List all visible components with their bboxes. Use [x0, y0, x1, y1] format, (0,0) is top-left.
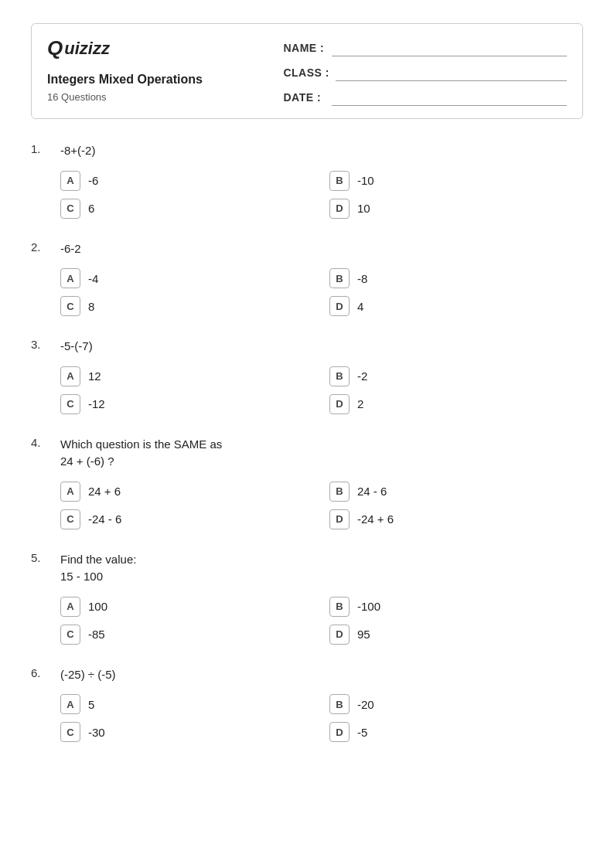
answer-text-1-a: -6	[88, 174, 98, 187]
answer-item-5-a: A100	[60, 597, 314, 617]
answer-item-5-d: D95	[329, 625, 583, 645]
answer-badge-4-b: B	[329, 482, 350, 502]
answer-badge-3-d: D	[329, 394, 350, 414]
logo-text: uizizz	[64, 39, 110, 59]
answer-text-4-c: -24 - 6	[88, 512, 121, 526]
answer-text-5-b: -100	[357, 600, 380, 613]
question-number-2: 2.	[31, 240, 53, 254]
answers-grid-3: A12B-2C-12D2	[31, 366, 583, 414]
answer-badge-5-b: B	[329, 597, 350, 617]
name-label: NAME :	[283, 42, 326, 54]
answer-item-6-c: C-30	[60, 722, 314, 742]
answer-badge-1-b: B	[329, 171, 350, 191]
answer-text-2-a: -4	[88, 272, 98, 285]
logo-icon: Q	[47, 36, 63, 60]
answer-item-6-b: B-20	[329, 694, 583, 714]
answer-text-1-b: -10	[357, 174, 374, 187]
question-block-4: 4.Which question is the SAME as 24 + (-6…	[31, 436, 583, 529]
answer-badge-5-a: A	[60, 597, 80, 617]
answer-text-4-b: 24 - 6	[357, 485, 387, 498]
answer-item-2-c: C8	[60, 296, 314, 316]
answer-badge-6-a: A	[60, 694, 80, 714]
answer-badge-5-c: C	[60, 625, 80, 645]
question-number-6: 6.	[31, 666, 53, 679]
answer-item-1-a: A-6	[60, 171, 314, 191]
question-number-3: 3.	[31, 338, 53, 351]
answer-badge-4-c: C	[60, 509, 80, 529]
answer-text-3-b: -2	[357, 369, 367, 383]
answer-badge-1-d: D	[329, 199, 350, 219]
answer-badge-2-c: C	[60, 296, 80, 316]
answer-item-2-d: D4	[329, 296, 583, 316]
class-label: CLASS :	[283, 66, 329, 79]
question-block-3: 3.-5-(-7)A12B-2C-12D2	[31, 338, 583, 414]
answer-badge-6-b: B	[329, 694, 350, 714]
header-right: NAME : CLASS : DATE :	[283, 36, 567, 106]
answer-text-5-d: 95	[357, 628, 370, 641]
answer-item-1-b: B-10	[329, 171, 583, 191]
answer-badge-6-d: D	[329, 722, 350, 742]
answer-text-3-d: 2	[357, 397, 363, 410]
question-text-5: Find the value: 15 - 100	[60, 551, 136, 586]
answer-text-1-d: 10	[357, 202, 370, 215]
answer-item-4-c: C-24 - 6	[60, 509, 314, 529]
date-row: DATE :	[283, 89, 567, 106]
quiz-subtitle: 16 Questions	[47, 91, 283, 103]
answer-item-3-c: C-12	[60, 394, 314, 414]
answer-badge-3-a: A	[60, 366, 80, 386]
question-text-2: -6-2	[60, 240, 81, 258]
header-left: Quizizz Integers Mixed Operations 16 Que…	[47, 36, 283, 103]
class-input[interactable]	[336, 64, 567, 81]
answer-text-6-d: -5	[357, 726, 367, 739]
answers-grid-1: A-6B-10C6D10	[31, 171, 583, 219]
answer-text-2-c: 8	[88, 300, 94, 313]
answer-item-4-d: D-24 + 6	[329, 509, 583, 529]
question-block-6: 6.(-25) ÷ (-5)A5B-20C-30D-5	[31, 666, 583, 743]
question-header-6: 6.(-25) ÷ (-5)	[31, 666, 583, 684]
question-number-5: 5.	[31, 551, 53, 564]
answers-grid-4: A24 + 6B24 - 6C-24 - 6D-24 + 6	[31, 482, 583, 529]
answer-text-3-c: -12	[88, 397, 105, 410]
date-label: DATE :	[283, 91, 326, 104]
question-number-4: 4.	[31, 436, 53, 449]
answer-text-4-a: 24 + 6	[88, 485, 121, 498]
answer-badge-1-a: A	[60, 171, 80, 191]
answer-item-4-a: A24 + 6	[60, 482, 314, 502]
header-box: Quizizz Integers Mixed Operations 16 Que…	[31, 23, 583, 119]
question-header-3: 3.-5-(-7)	[31, 338, 583, 356]
answer-badge-4-a: A	[60, 482, 80, 502]
answer-text-5-c: -85	[88, 628, 105, 641]
answers-grid-2: A-4B-8C8D4	[31, 268, 583, 316]
answer-badge-1-c: C	[60, 199, 80, 219]
answer-badge-3-b: B	[329, 366, 350, 386]
answer-text-5-a: 100	[88, 600, 107, 613]
name-input[interactable]	[332, 39, 567, 56]
class-row: CLASS :	[283, 64, 567, 81]
question-block-5: 5.Find the value: 15 - 100A100B-100C-85D…	[31, 551, 583, 645]
question-block-1: 1.-8+(-2)A-6B-10C6D10	[31, 142, 583, 219]
answer-badge-3-c: C	[60, 394, 80, 414]
question-text-4: Which question is the SAME as 24 + (-6) …	[60, 436, 222, 471]
answer-text-1-c: 6	[88, 202, 94, 215]
question-header-5: 5.Find the value: 15 - 100	[31, 551, 583, 586]
date-input[interactable]	[332, 89, 567, 106]
answer-text-6-b: -20	[357, 698, 374, 711]
answer-text-2-d: 4	[357, 300, 363, 313]
answer-item-3-d: D2	[329, 394, 583, 414]
answer-badge-2-b: B	[329, 268, 350, 288]
answer-badge-5-d: D	[329, 625, 350, 645]
answers-grid-5: A100B-100C-85D95	[31, 597, 583, 645]
answer-badge-2-a: A	[60, 268, 80, 288]
answer-item-1-d: D10	[329, 199, 583, 219]
answer-text-6-a: 5	[88, 698, 94, 711]
answer-text-3-a: 12	[88, 369, 101, 383]
answer-badge-6-c: C	[60, 722, 80, 742]
answer-item-4-b: B24 - 6	[329, 482, 583, 502]
answer-item-5-b: B-100	[329, 597, 583, 617]
answers-grid-6: A5B-20C-30D-5	[31, 694, 583, 742]
question-block-2: 2.-6-2A-4B-8C8D4	[31, 240, 583, 317]
question-text-6: (-25) ÷ (-5)	[60, 666, 116, 684]
answer-item-2-a: A-4	[60, 268, 314, 288]
question-number-1: 1.	[31, 142, 53, 155]
answer-text-2-b: -8	[357, 272, 367, 285]
